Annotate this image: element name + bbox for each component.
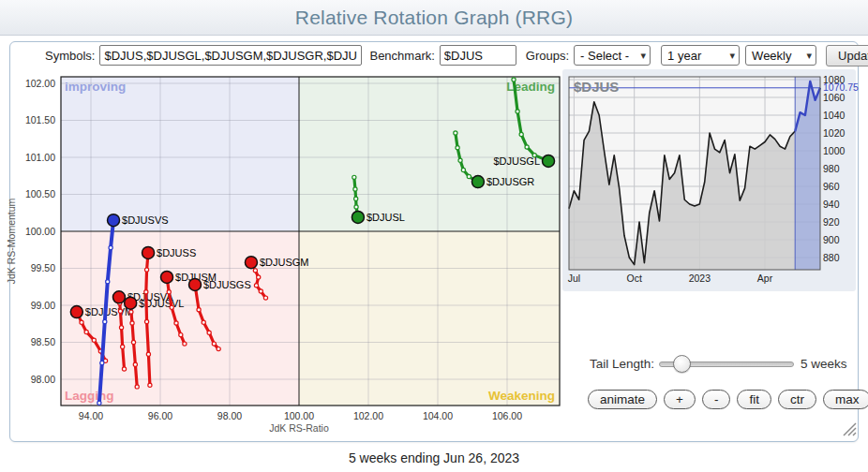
tail-marker (167, 290, 171, 294)
rrg-dot[interactable] (352, 211, 364, 223)
app-header: Relative Rotation Graph (RRG) (0, 0, 868, 36)
period-select[interactable]: 1 year ▾ (661, 45, 740, 66)
tail-marker (253, 269, 257, 273)
y-axis-title: JdK RS-Momentum (6, 198, 17, 284)
tail-marker (519, 132, 523, 136)
tail-marker (259, 289, 262, 293)
svg-text:100.00: 100.00 (25, 226, 55, 237)
tail-marker (144, 268, 148, 272)
svg-text:920: 920 (823, 216, 840, 228)
svg-text:2023: 2023 (689, 273, 711, 284)
svg-text:99.00: 99.00 (31, 300, 55, 311)
svg-text:96.00: 96.00 (148, 410, 172, 421)
rrg-dot[interactable] (543, 155, 555, 167)
tail-marker (456, 146, 459, 150)
quadrant-label-lagging: Lagging (65, 389, 114, 403)
groups-select[interactable]: - Select - ▾ (574, 45, 651, 66)
frequency-select[interactable]: Weekly ▾ (745, 45, 816, 66)
svg-text:104.00: 104.00 (423, 410, 453, 421)
rrg-dot[interactable] (125, 297, 137, 309)
rrg-dot[interactable] (245, 257, 257, 269)
tail-marker (148, 383, 152, 387)
rrg-dot[interactable] (471, 176, 484, 188)
quadrant-label-improving: improving (65, 80, 126, 94)
period-select-value: 1 year (667, 49, 701, 63)
update-button[interactable]: Update (826, 45, 868, 66)
tail-length-slider-thumb[interactable] (673, 355, 691, 373)
svg-text:98.00: 98.00 (31, 374, 55, 385)
animate-button[interactable]: animate (588, 390, 657, 409)
tail-marker (119, 326, 123, 330)
rrg-dot[interactable] (189, 278, 202, 290)
chevron-down-icon: ▾ (807, 50, 813, 62)
zoom-in-button[interactable]: + (664, 390, 696, 409)
tail-marker (217, 347, 220, 351)
tail-marker (202, 320, 205, 324)
tail-marker (467, 174, 471, 178)
rrg-symbol-label: $DJUSS (157, 247, 196, 258)
tail-marker (109, 245, 112, 249)
tail-marker (170, 305, 173, 309)
tail-marker (129, 310, 133, 314)
rrg-dot[interactable] (142, 246, 155, 258)
max-button[interactable]: max (823, 390, 868, 409)
tail-marker (146, 352, 150, 356)
svg-text:100.00: 100.00 (284, 410, 314, 421)
chevron-down-icon: ▾ (730, 50, 736, 62)
last-value-label: 1070.75 (823, 81, 859, 93)
rrg-app: Relative Rotation Graph (RRG) Symbols: B… (0, 0, 868, 472)
rrg-dot[interactable] (70, 306, 82, 318)
toolbar: Symbols: Benchmark: Groups: - Select - ▾… (45, 44, 868, 66)
tail-marker (207, 331, 211, 334)
price-chart[interactable]: 8809009209409609801000102010401060108010… (561, 67, 862, 294)
rrg-dot[interactable] (108, 214, 120, 227)
groups-select-value: - Select - (580, 49, 629, 63)
zoom-out-button[interactable]: - (702, 390, 731, 409)
tail-marker (353, 187, 357, 191)
rrg-chart[interactable]: improvingLeadingLaggingWeakening102.0010… (0, 69, 572, 444)
footer-caption: 5 weeks ending Jun 26, 2023 (0, 450, 868, 465)
symbols-input[interactable] (99, 45, 362, 66)
rrg-symbol-label: $DJUSGR (486, 176, 534, 187)
tail-marker (144, 319, 148, 323)
tail-marker (121, 345, 125, 348)
fit-button[interactable]: fit (737, 390, 771, 409)
tail-marker (525, 145, 529, 149)
tail-marker (352, 175, 356, 179)
svg-text:99.50: 99.50 (31, 262, 55, 273)
tail-marker (354, 197, 358, 200)
svg-text:98.50: 98.50 (31, 336, 55, 347)
tail-marker (179, 333, 183, 337)
svg-text:102.00: 102.00 (353, 410, 383, 421)
tail-marker (135, 385, 139, 389)
symbols-label: Symbols: (45, 49, 95, 63)
tail-marker (512, 78, 516, 81)
tail-marker (257, 275, 261, 279)
rrg-dot[interactable] (112, 291, 125, 303)
benchmark-input[interactable] (440, 45, 516, 66)
svg-text:1040: 1040 (823, 110, 846, 121)
tail-marker (458, 158, 462, 162)
frequency-select-value: Weekly (752, 49, 791, 63)
tail-marker (133, 362, 137, 366)
center-button[interactable]: ctr (778, 390, 816, 409)
x-axis-title: JdK RS-Ratio (269, 422, 329, 434)
svg-text:Apr: Apr (757, 273, 773, 284)
svg-text:94.00: 94.00 (79, 410, 103, 421)
page-title: Relative Rotation Graph (RRG) (295, 7, 573, 29)
svg-text:Jul: Jul (568, 273, 580, 284)
resize-handle-icon[interactable] (841, 420, 857, 436)
tail-marker (354, 205, 358, 209)
rrg-dot[interactable] (161, 271, 173, 283)
svg-text:900: 900 (823, 234, 840, 245)
tail-marker (254, 284, 258, 288)
tail-marker (461, 168, 465, 171)
tail-marker (174, 321, 178, 325)
tail-marker (212, 342, 216, 346)
tail-marker (183, 342, 187, 346)
svg-text:1020: 1020 (823, 127, 846, 139)
tail-marker (97, 401, 101, 405)
tail-marker (84, 330, 88, 333)
svg-text:98.00: 98.00 (217, 410, 242, 421)
quadrant-improving (61, 77, 299, 231)
